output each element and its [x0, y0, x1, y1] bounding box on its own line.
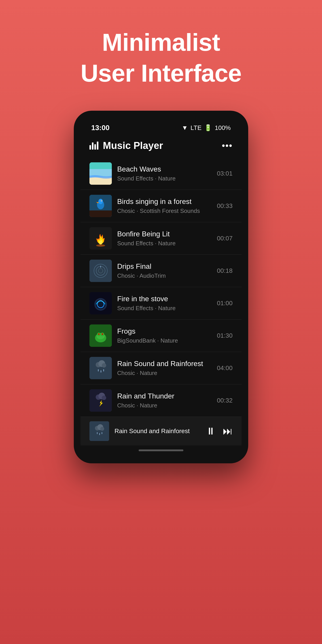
player-controls: ⏸ ⏭	[206, 426, 232, 437]
more-options-button[interactable]: •••	[222, 141, 232, 151]
track-item[interactable]: Beach Waves Sound Effects · Nature 03:01	[80, 158, 242, 190]
track-name: Rain and Thunder	[117, 392, 212, 400]
eq-bar-1	[90, 145, 91, 150]
track-duration: 04:00	[217, 364, 232, 372]
pause-button[interactable]: ⏸	[206, 426, 216, 437]
track-meta: Chosic · AudioTrim	[117, 272, 212, 279]
battery-icon: 🔋	[204, 124, 212, 132]
eq-bar-2	[92, 142, 94, 150]
now-playing-thumbnail	[90, 421, 109, 441]
home-indicator	[80, 446, 242, 456]
svg-rect-28	[90, 357, 112, 379]
svg-rect-45	[102, 432, 102, 434]
status-icons: ▼ LTE 🔋 100%	[182, 124, 231, 132]
eq-bar-4	[97, 142, 98, 150]
svg-rect-32	[98, 369, 98, 372]
track-info: Birds singing in a forest Chosic · Scott…	[117, 198, 212, 214]
network-label: LTE	[190, 124, 202, 132]
next-button[interactable]: ⏭	[223, 426, 232, 437]
track-name: Birds singing in a forest	[117, 198, 212, 206]
track-meta: Chosic · Scottish Forest Sounds	[117, 208, 212, 214]
track-duration: 00:33	[217, 202, 232, 210]
now-playing-title: Rain Sound and Rainforest	[114, 428, 200, 435]
svg-point-6	[98, 199, 103, 204]
track-name: Drips Final	[117, 262, 212, 270]
track-item[interactable]: Frogs BigSoundBank · Nature 01:30	[80, 320, 242, 352]
status-time: 13:00	[91, 124, 110, 132]
wifi-icon: ▼	[182, 124, 188, 132]
track-info: Fire in the stove Sound Effects · Nature	[117, 295, 212, 312]
home-bar	[139, 450, 183, 451]
svg-point-31	[102, 363, 106, 368]
track-duration: 01:30	[217, 332, 232, 339]
svg-point-27	[102, 334, 103, 334]
battery-level: 100%	[215, 124, 231, 132]
track-name: Rain Sound and Rainforest	[117, 360, 212, 368]
track-item[interactable]: Birds singing in a forest Chosic · Scott…	[80, 190, 242, 222]
track-thumbnail	[90, 357, 112, 379]
svg-rect-39	[90, 421, 109, 441]
eq-bar-3	[94, 144, 96, 150]
app-header: Music Player •••	[80, 136, 242, 158]
equalizer-icon	[90, 142, 98, 150]
track-info: Beach Waves Sound Effects · Nature	[117, 165, 212, 182]
phone-device: 13:00 ▼ LTE 🔋 100% Music Player •••	[74, 111, 248, 463]
track-name: Bonfire Being Lit	[117, 230, 212, 238]
svg-rect-33	[100, 370, 101, 372]
track-info: Rain Sound and Rainforest Chosic · Natur…	[117, 360, 212, 376]
track-duration: 00:32	[217, 397, 232, 404]
svg-point-42	[100, 427, 104, 431]
now-playing-bar: Rain Sound and Rainforest ⏸ ⏭	[80, 417, 242, 446]
hero-line1: Minimalist	[102, 28, 220, 56]
hero-title: Minimalist User Interface	[80, 27, 242, 88]
track-thumbnail	[90, 260, 112, 282]
svg-rect-4	[90, 210, 112, 217]
svg-rect-44	[99, 433, 100, 435]
hero-line2: User Interface	[80, 59, 242, 87]
track-duration: 03:01	[217, 170, 232, 177]
track-thumbnail	[90, 324, 112, 347]
track-meta: Sound Effects · Nature	[117, 240, 212, 247]
svg-point-8	[101, 200, 102, 201]
svg-point-38	[102, 396, 106, 400]
track-duration: 00:07	[217, 235, 232, 242]
svg-rect-34	[103, 369, 104, 372]
track-name: Fire in the stove	[117, 295, 212, 303]
track-meta: Sound Effects · Nature	[117, 175, 212, 182]
svg-rect-35	[90, 389, 112, 412]
svg-rect-11	[90, 260, 112, 282]
track-info: Frogs BigSoundBank · Nature	[117, 327, 212, 344]
phone-screen: 13:00 ▼ LTE 🔋 100% Music Player •••	[80, 118, 242, 456]
track-meta: BigSoundBank · Nature	[117, 337, 212, 344]
svg-rect-43	[97, 432, 98, 434]
track-info: Drips Final Chosic · AudioTrim	[117, 262, 212, 279]
app-title: Music Player	[103, 140, 163, 151]
track-meta: Chosic · Nature	[117, 402, 212, 409]
track-name: Frogs	[117, 327, 212, 336]
track-list: Beach Waves Sound Effects · Nature 03:01	[80, 158, 242, 417]
track-name: Beach Waves	[117, 165, 212, 173]
track-item[interactable]: Rain Sound and Rainforest Chosic · Natur…	[80, 352, 242, 384]
track-item[interactable]: Bonfire Being Lit Sound Effects · Nature…	[80, 222, 242, 255]
track-thumbnail	[90, 389, 112, 412]
track-item[interactable]: Rain and Thunder Chosic · Nature 00:32	[80, 384, 242, 417]
track-duration: 00:18	[217, 267, 232, 274]
svg-point-10	[96, 244, 105, 247]
svg-point-26	[98, 334, 99, 334]
track-thumbnail	[90, 162, 112, 185]
track-info: Rain and Thunder Chosic · Nature	[117, 392, 212, 409]
track-thumbnail	[90, 227, 112, 250]
track-thumbnail	[90, 195, 112, 217]
status-bar: 13:00 ▼ LTE 🔋 100%	[80, 118, 242, 136]
track-meta: Chosic · Nature	[117, 370, 212, 376]
track-duration: 01:00	[217, 300, 232, 307]
track-meta: Sound Effects · Nature	[117, 305, 212, 312]
track-info: Bonfire Being Lit Sound Effects · Nature	[117, 230, 212, 247]
track-item[interactable]: Fire in the stove Sound Effects · Nature…	[80, 287, 242, 320]
track-thumbnail	[90, 292, 112, 314]
app-header-left: Music Player	[90, 140, 163, 151]
track-item[interactable]: Drips Final Chosic · AudioTrim 00:18	[80, 255, 242, 287]
